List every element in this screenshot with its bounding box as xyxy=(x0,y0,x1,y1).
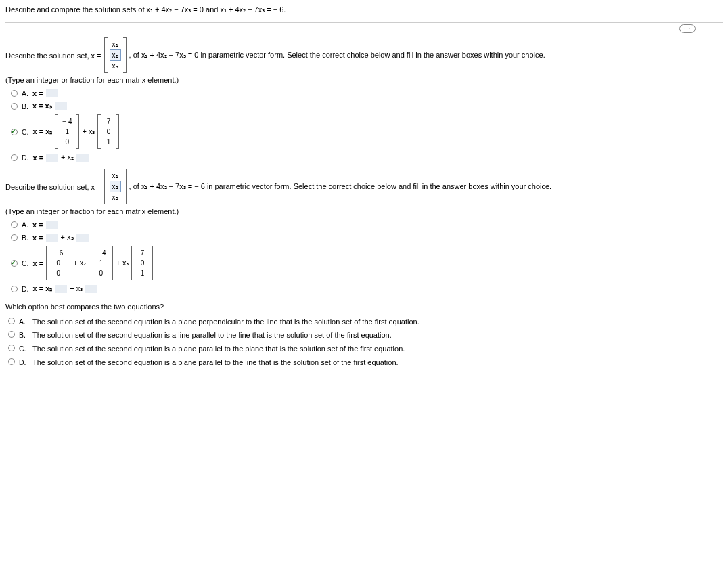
option-text: The solution set of the second equation … xyxy=(32,345,405,353)
option-expr: x = xyxy=(32,234,43,242)
plus-x2: + x₂ xyxy=(61,153,74,162)
option-b[interactable]: B. The solution set of the second equati… xyxy=(5,331,723,339)
filled-vector: 7 0 1 xyxy=(131,246,153,280)
plus-x3: + x₃ xyxy=(82,127,95,136)
option-label: A. xyxy=(19,318,28,326)
option-expr: x = x₂ xyxy=(33,284,53,293)
answer-blank[interactable] xyxy=(46,154,58,162)
vec-cell: 0 xyxy=(137,258,147,268)
radio-icon[interactable] xyxy=(8,331,15,338)
part1-prompt: Describe the solution set, x = x₁ x₂ x₃ … xyxy=(5,37,723,73)
vec-entry-highlighted: x₂ xyxy=(110,49,121,61)
radio-icon[interactable] xyxy=(11,234,18,241)
option-text: The solution set of the second equation … xyxy=(32,331,392,339)
vec-cell: 0 xyxy=(94,268,108,278)
filled-vector: − 6 0 0 xyxy=(46,246,70,280)
option-c[interactable]: C. The solution set of the second equati… xyxy=(5,345,723,353)
option-c[interactable]: C. x = − 6 0 0 + x₂ − 4 1 0 + x₃ 7 0 1 xyxy=(5,246,723,280)
option-label: D. xyxy=(22,285,29,293)
answer-blank[interactable] xyxy=(55,102,67,110)
option-a[interactable]: A. x = xyxy=(5,89,723,97)
part3-options: A. The solution set of the second equati… xyxy=(5,318,723,366)
option-label: B. xyxy=(22,102,28,110)
answer-blank[interactable] xyxy=(76,154,89,162)
answer-blank[interactable] xyxy=(85,285,97,293)
option-d[interactable]: D. x = + x₂ xyxy=(5,153,723,162)
answer-blank[interactable] xyxy=(46,221,58,229)
option-label: C. xyxy=(19,345,28,353)
radio-icon[interactable] xyxy=(11,221,18,228)
vec-cell: − 4 xyxy=(94,248,108,258)
radio-icon[interactable] xyxy=(11,154,18,161)
column-vector-x: x₁ x₂ x₃ xyxy=(104,169,127,204)
option-label: A. xyxy=(22,89,28,97)
filled-vector: 7 0 1 xyxy=(97,114,119,149)
vec-cell: − 4 xyxy=(60,116,74,127)
vec-entry: x₃ xyxy=(110,192,121,202)
vec-cell: 0 xyxy=(51,268,65,278)
vec-entry: x₁ xyxy=(110,39,121,49)
option-a[interactable]: A. x = xyxy=(5,221,723,229)
radio-icon[interactable] xyxy=(8,345,15,351)
vec-cell: 1 xyxy=(60,127,74,137)
vec-cell: − 6 xyxy=(51,248,65,258)
plus-x2: + x₂ xyxy=(73,259,86,267)
radio-icon[interactable] xyxy=(8,358,15,365)
part1-note: (Type an integer or fraction for each ma… xyxy=(5,76,723,84)
answer-blank[interactable] xyxy=(55,285,67,293)
option-label: B. xyxy=(22,234,28,242)
more-options-indicator[interactable]: ··· xyxy=(679,24,696,33)
answer-blank[interactable] xyxy=(46,89,58,97)
option-expr: x = xyxy=(32,221,43,229)
part3: Which option best compares the two equat… xyxy=(5,303,723,366)
plus-x3: + x₃ xyxy=(70,284,83,293)
divider-top xyxy=(5,22,723,23)
option-label: D. xyxy=(22,154,29,162)
part1-options: A. x = B. x = x₃ C. x = x₂ − 4 1 0 + x₃ … xyxy=(5,89,723,162)
option-expr: x = xyxy=(33,154,44,162)
vec-cell: 0 xyxy=(103,127,114,137)
option-label: B. xyxy=(19,331,28,339)
option-d[interactable]: D. The solution set of the second equati… xyxy=(5,358,723,366)
question-header: Describe and compare the solution sets o… xyxy=(5,3,723,21)
vec-cell: 7 xyxy=(137,248,147,258)
vec-cell: 0 xyxy=(60,137,74,147)
filled-vector: − 4 1 0 xyxy=(55,114,79,149)
filled-vector: − 4 1 0 xyxy=(89,246,113,280)
option-text: The solution set of the second equation … xyxy=(32,358,399,366)
vec-cell: 1 xyxy=(94,258,108,268)
radio-icon-checked[interactable] xyxy=(11,260,18,267)
option-expr: x = x₃ xyxy=(32,102,52,110)
option-label: C. xyxy=(22,259,29,267)
vec-cell: 1 xyxy=(103,137,114,147)
option-c[interactable]: C. x = x₂ − 4 1 0 + x₃ 7 0 1 xyxy=(5,114,723,149)
divider-bottom xyxy=(5,30,723,30)
plus-x3: + x₃ xyxy=(61,233,74,242)
answer-blank[interactable] xyxy=(76,234,89,242)
answer-blank[interactable] xyxy=(46,234,58,242)
part3-question: Which option best compares the two equat… xyxy=(5,303,723,311)
column-vector-x: x₁ x₂ x₃ xyxy=(104,37,127,73)
option-a[interactable]: A. The solution set of the second equati… xyxy=(5,318,723,326)
part1-tail: , of x₁ + 4x₂ − 7x₃ = 0 in parametric ve… xyxy=(129,51,545,60)
part2-options: A. x = B. x = + x₃ C. x = − 6 0 0 + x₂ −… xyxy=(5,221,723,293)
option-d[interactable]: D. x = x₂ + x₃ xyxy=(5,284,723,293)
option-expr: x = x₂ xyxy=(33,127,53,136)
vec-cell: 1 xyxy=(137,268,147,278)
option-b[interactable]: B. x = + x₃ xyxy=(5,233,723,242)
vec-entry-highlighted: x₂ xyxy=(110,181,121,192)
option-label: C. xyxy=(22,128,29,136)
part1-leadin: Describe the solution set, x = xyxy=(5,51,101,60)
part2-tail: , of x₁ + 4x₂ − 7x₃ = − 6 in parametric … xyxy=(129,182,552,191)
plus-x3: + x₃ xyxy=(116,259,129,267)
option-label: D. xyxy=(19,358,28,366)
radio-icon[interactable] xyxy=(11,103,18,110)
option-expr: x = xyxy=(32,89,43,97)
option-text: The solution set of the second equation … xyxy=(32,318,419,326)
radio-icon[interactable] xyxy=(11,286,18,292)
vec-entry: x₁ xyxy=(110,171,121,181)
radio-icon-checked[interactable] xyxy=(11,129,18,135)
radio-icon[interactable] xyxy=(11,90,18,97)
radio-icon[interactable] xyxy=(8,318,15,324)
option-b[interactable]: B. x = x₃ xyxy=(5,102,723,110)
